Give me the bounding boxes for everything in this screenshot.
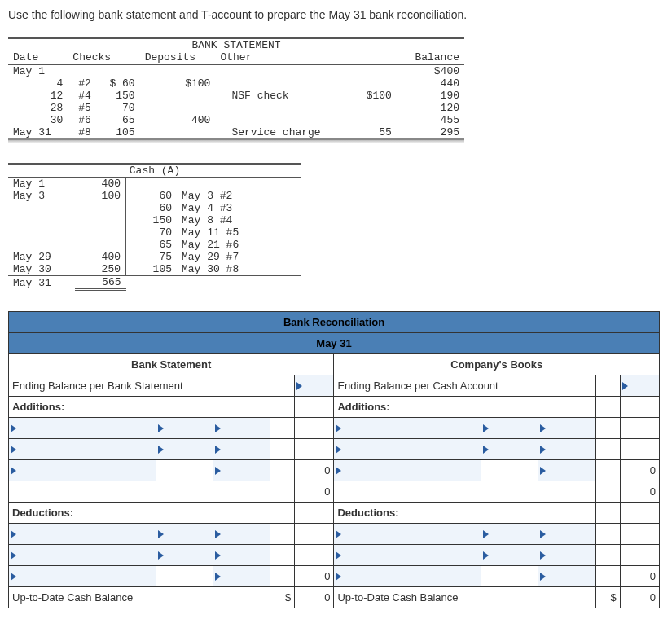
book-ded-amt-2b[interactable] [538, 545, 595, 566]
bs-row: 30 #6 65 400 455 [8, 114, 464, 126]
book-ded-desc-1[interactable] [334, 524, 481, 545]
col-deposits: Deposits [140, 51, 216, 64]
recon-subtitle: May 31 [9, 333, 660, 354]
book-additions-label: Additions: [334, 397, 481, 418]
bank-ded-desc-2[interactable] [9, 545, 156, 566]
bs-row: May 31 #8 105 Service charge 55 295 [8, 126, 464, 139]
book-ded-desc-3[interactable] [334, 566, 481, 587]
bank-add-desc-1[interactable] [9, 418, 156, 439]
bs-row: May 1 $400 [8, 64, 464, 77]
bank-side-heading: Bank Statement [9, 354, 334, 375]
book-final-sym: $ [595, 587, 620, 608]
bank-ded-amt-1b[interactable] [213, 524, 270, 545]
bank-add-desc-3[interactable] [9, 460, 156, 481]
bank-statement-title: BANK STATEMENT [8, 38, 464, 51]
ta-row: May 3 100 60 May 3 #2 [8, 190, 301, 202]
bank-add-desc-2[interactable] [9, 439, 156, 460]
bank-end-bal-label: Ending Balance per Bank Statement [9, 375, 213, 397]
bank-add-subtotal2: 0 [295, 481, 334, 503]
bank-ded-amt-2b[interactable] [213, 545, 270, 566]
t-account-table: Cash (A) May 1 400 May 3 100 60 May 3 #2… [8, 163, 301, 291]
bank-final-val: 0 [295, 587, 334, 608]
book-add-amt-1a[interactable] [481, 418, 538, 439]
col-date: Date [8, 51, 68, 64]
ta-row: 150 May 8 #4 [8, 214, 301, 226]
book-add-subtotal1: 0 [620, 460, 659, 481]
book-ded-amt-1b[interactable] [538, 524, 595, 545]
bank-add-subtotal1: 0 [295, 460, 334, 481]
bank-deductions-label: Deductions: [9, 503, 156, 524]
bank-add-amt-2b[interactable] [213, 439, 270, 460]
ta-total-row: May 31 565 [8, 276, 301, 290]
book-deductions-label: Deductions: [334, 503, 481, 524]
bs-row: 28 #5 70 120 [8, 102, 464, 114]
bank-ded-amt-1a[interactable] [156, 524, 213, 545]
bank-ded-amt-2a[interactable] [156, 545, 213, 566]
book-side-heading: Company's Books [334, 354, 660, 375]
book-add-desc-2[interactable] [334, 439, 481, 460]
bank-final-sym: $ [270, 587, 295, 608]
book-add-subtotal2: 0 [620, 481, 659, 503]
bank-ded-amt-3b[interactable] [213, 566, 270, 587]
col-balance: Balance [397, 51, 464, 64]
bs-row: 12 #4 150 NSF check $100 190 [8, 90, 464, 102]
ta-row: May 1 400 [8, 178, 301, 191]
ta-row: 65 May 21 #6 [8, 239, 301, 251]
book-add-desc-1[interactable] [334, 418, 481, 439]
ta-row: May 30 250 105 May 30 #8 [8, 263, 301, 276]
book-ded-subtotal: 0 [620, 566, 659, 587]
bank-add-amt-2a[interactable] [156, 439, 213, 460]
book-final-val: 0 [620, 587, 659, 608]
bank-ded-subtotal: 0 [295, 566, 334, 587]
ta-row: May 29 400 75 May 29 #7 [8, 251, 301, 263]
book-ded-amt-1a[interactable] [481, 524, 538, 545]
book-add-desc-3[interactable] [334, 460, 481, 481]
book-end-bal-input[interactable] [620, 375, 659, 397]
bank-ded-desc-3[interactable] [9, 566, 156, 587]
bank-add-amt-3b[interactable] [213, 460, 270, 481]
bank-additions-label: Additions: [9, 397, 156, 418]
col-checks: Checks [68, 51, 139, 64]
ta-row: 60 May 4 #3 [8, 202, 301, 214]
bank-statement-table: BANK STATEMENT Date Checks Deposits Othe… [8, 37, 464, 143]
ta-row: 70 May 11 #5 [8, 226, 301, 239]
bs-row: 4 #2 $ 60 $100 440 [8, 77, 464, 90]
bank-add-amt-1a[interactable] [156, 418, 213, 439]
book-ded-amt-3b[interactable] [538, 566, 595, 587]
book-end-bal-label: Ending Balance per Cash Account [334, 375, 538, 397]
bank-reconciliation-table: Bank Reconciliation May 31 Bank Statemen… [8, 311, 660, 608]
instruction-text: Use the following bank statement and T-a… [8, 8, 664, 21]
book-add-amt-1b[interactable] [538, 418, 595, 439]
book-add-amt-2b[interactable] [538, 439, 595, 460]
book-ded-desc-2[interactable] [334, 545, 481, 566]
recon-title: Bank Reconciliation [9, 312, 660, 333]
col-other: Other [215, 51, 353, 64]
book-add-amt-2a[interactable] [481, 439, 538, 460]
book-uptodate-label: Up-to-Date Cash Balance [334, 587, 481, 608]
book-add-amt-3b[interactable] [538, 460, 595, 481]
bank-add-amt-1b[interactable] [213, 418, 270, 439]
bank-ded-desc-1[interactable] [9, 524, 156, 545]
bank-end-bal-input[interactable] [295, 375, 334, 397]
t-account-title: Cash (A) [8, 164, 301, 178]
book-ded-amt-2a[interactable] [481, 545, 538, 566]
bank-uptodate-label: Up-to-Date Cash Balance [9, 587, 156, 608]
